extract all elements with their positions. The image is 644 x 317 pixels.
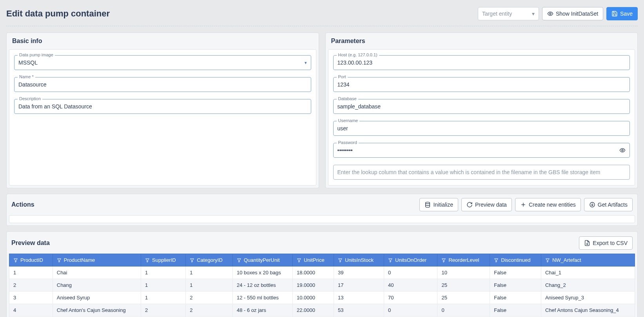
table-cell: 10 boxes x 20 bags [232,267,292,279]
export-csv-label: Export to CSV [593,240,628,246]
table-header-cell[interactable]: UnitsOnOrder [384,254,437,267]
table-cell: 2 [141,304,186,317]
table-header-cell[interactable]: Discontinued [490,254,541,267]
password-input[interactable] [337,147,620,153]
show-initdataset-button[interactable]: Show InitDataSet [542,7,603,20]
actions-body [9,215,635,223]
parameters-panel: Parameters Host (e.g. 127.0.0.1) Port Da… [325,32,638,188]
preview-title: Preview data [11,240,50,247]
table-cell: 22.0000 [292,304,334,317]
table-header-cell[interactable]: QuantityPerUnit [232,254,292,267]
svg-marker-13 [297,259,301,262]
table-cell: 10 [437,267,490,279]
description-field[interactable]: Description [14,99,311,114]
table-header-cell[interactable]: NW_Artefact [541,254,635,267]
svg-marker-8 [14,259,18,262]
host-input[interactable] [337,59,626,66]
table-header-cell[interactable]: ReorderLevel [437,254,490,267]
table-header-cell[interactable]: ProductName [53,254,141,267]
table-cell: 70 [384,292,437,304]
svg-marker-12 [237,259,241,262]
table-cell: 4 [9,304,53,317]
field-label: Host (e.g. 127.0.0.1) [337,52,379,57]
username-input[interactable] [337,125,626,131]
table-row[interactable]: 2Chang1124 - 12 oz bottles19.0000174025F… [9,279,635,292]
table-cell: 40 [384,279,437,292]
table-cell: 1 [141,279,186,292]
table-cell: Chai_1 [541,267,635,279]
basic-info-title: Basic info [7,33,319,49]
table-cell: 1 [141,292,186,304]
preview-data-button[interactable]: Preview data [461,198,512,211]
actions-head: Actions Initialize Preview data Create n… [7,194,637,215]
target-entity-select[interactable]: Target entity ▾ [478,7,539,20]
username-field[interactable]: Username [333,121,630,136]
table-header-cell[interactable]: CategoryID [186,254,233,267]
export-csv-button[interactable]: Export to CSV [579,236,633,250]
table-cell: 17 [334,279,384,292]
table-cell: Chang [53,279,141,292]
database-field[interactable]: Database [333,99,630,114]
save-icon [611,11,618,17]
table-cell: Chef Antons Cajun Seasoning_4 [541,304,635,317]
chevron-down-icon: ▾ [532,11,535,17]
table-cell: 25 [437,279,490,292]
table-header-cell[interactable]: SupplierID [141,254,186,267]
save-button[interactable]: Save [606,7,638,20]
host-field[interactable]: Host (e.g. 127.0.0.1) [333,55,630,70]
initialize-button[interactable]: Initialize [419,198,458,211]
preview-table-wrap: ProductIDProductNameSupplierIDCategoryID… [9,254,635,317]
filter-icon [388,258,393,263]
table-header-cell[interactable]: UnitsInStock [334,254,384,267]
table-header-cell[interactable]: ProductID [9,254,53,267]
basic-info-body: Data pump image ▾ Name * Description [9,49,316,186]
filter-icon [13,258,18,263]
top-right-buttons: Target entity ▾ Show InitDataSet Save [478,7,638,20]
data-pump-image-value[interactable] [18,59,305,66]
table-cell: 10.0000 [292,292,334,304]
show-password-button[interactable] [619,147,626,153]
field-label: Password [337,140,359,145]
filter-icon [441,258,446,263]
field-label: Database [337,96,358,101]
basic-info-panel: Basic info Data pump image ▾ Name * Desc… [6,32,319,188]
field-label: Username [337,118,360,123]
table-cell: 18.0000 [292,267,334,279]
svg-marker-16 [442,259,446,262]
table-cell: False [490,304,541,317]
port-field[interactable]: Port [333,77,630,92]
table-cell: 1 [186,267,233,279]
table-header-cell[interactable]: UnitPrice [292,254,334,267]
filter-icon [545,258,550,263]
svg-point-1 [622,149,623,151]
show-initdataset-label: Show InitDataSet [556,11,598,17]
get-artifacts-button[interactable]: Get Artifacts [584,198,633,211]
preview-panel: Preview data Export to CSV ProductIDProd… [6,231,638,317]
table-row[interactable]: 1Chai1110 boxes x 20 bags18.000039010Fal… [9,267,635,279]
table-cell: 13 [334,292,384,304]
filter-icon [57,258,62,263]
plus-icon [520,202,526,208]
preview-data-label: Preview data [475,202,507,208]
initialize-label: Initialize [433,202,453,208]
filter-icon [338,258,343,263]
lookup-input[interactable] [337,169,626,175]
eye-icon [619,147,626,153]
svg-marker-9 [57,259,61,262]
create-entities-button[interactable]: Create new entities [515,198,581,211]
table-row[interactable]: 4Chef Anton's Cajun Seasoning2248 - 6 oz… [9,304,635,317]
target-entity-placeholder: Target entity [482,11,512,17]
database-input[interactable] [337,103,626,110]
svg-marker-17 [495,259,498,262]
table-row[interactable]: 3Aniseed Syrup1212 - 550 ml bottles10.00… [9,292,635,304]
name-field[interactable]: Name * [14,77,311,92]
svg-point-0 [550,13,551,14]
lookup-field[interactable] [333,165,630,180]
description-input[interactable] [18,103,307,110]
table-cell: 0 [384,304,437,317]
name-input[interactable] [18,81,307,88]
password-field[interactable]: Password [333,143,630,158]
port-input[interactable] [337,81,626,88]
data-pump-image-select[interactable]: Data pump image ▾ [14,55,311,70]
preview-table: ProductIDProductNameSupplierIDCategoryID… [9,254,635,317]
